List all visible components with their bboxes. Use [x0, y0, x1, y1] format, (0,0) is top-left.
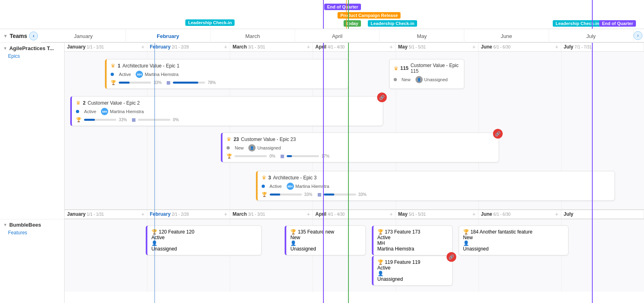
bumble-features-area: 🏆 120 Feature 120 Active 👤 Unassigned: [65, 219, 644, 292]
avatar-115: 👤: [415, 76, 423, 83]
agile-expand-icon[interactable]: ▼: [3, 46, 7, 50]
bumble-mar-cell: March 3/1 - 3/31 +: [230, 210, 313, 219]
agile-months-subheader: January 1/1 - 1/31 + February 2/1 - 2/28…: [65, 43, 644, 52]
bumble-jan-cell: January 1/1 - 1/31 +: [65, 210, 147, 219]
progress-bar-2a: [84, 119, 116, 121]
progress-fill-23b: [287, 155, 292, 157]
bumble-mar-add[interactable]: +: [307, 211, 310, 217]
assignee-115: 👤 Unassigned: [415, 76, 448, 83]
milestone-leadership-3[interactable]: Leadership Check-in: [553, 20, 602, 27]
avatar-f120: 👤: [151, 240, 257, 246]
status-dot-115: [394, 78, 397, 81]
agile-may-add[interactable]: +: [472, 44, 476, 50]
trophy-icon-1: 🏆: [111, 80, 116, 85]
avatar-1: MH: [136, 71, 143, 78]
trophy-icon-f120: 🏆: [151, 229, 157, 235]
gantt-area: January 1/1 - 1/31 + February 2/1 - 2/28…: [65, 43, 644, 303]
trophy-icon-f184: 🏆: [463, 229, 469, 235]
bumble-may-cell: May 5/1 - 5/31 +: [396, 210, 478, 219]
trophy-icon-23: 🏆: [227, 154, 232, 159]
trophy-icon-f173: 🏆: [378, 229, 384, 235]
feature-card-173[interactable]: 🏆 173 Feature 173 Active MH Martina Hiem…: [372, 225, 453, 255]
milestone-product-campaign[interactable]: Product Campaign Release: [338, 12, 401, 19]
milestone-end-quarter-1[interactable]: End of Quarter: [324, 4, 361, 10]
agile-team-section: ▼ AgilePractices T... Epics: [0, 43, 64, 61]
bumble-team-header: ▼ BumbleBees: [0, 219, 64, 229]
bumble-team-name: BumbleBees: [9, 222, 41, 228]
crown-icon-1: ♛: [111, 63, 115, 69]
epic-card-23[interactable]: ♛ 23 Customer Value - Epic 23 New 👤 Unas…: [221, 133, 499, 162]
assignee-f120: 👤 Unassigned: [151, 240, 257, 252]
milestone-leadership-2[interactable]: Leadership Check-in: [368, 20, 417, 27]
bumble-team-sub: Features: [0, 229, 64, 238]
status-dot-3: [262, 185, 265, 188]
agile-team-sub: Epics: [0, 53, 64, 61]
month-header-apr: April: [295, 29, 380, 43]
progress-bar-1b: [173, 82, 205, 84]
teams-sidebar-header: ▼ Teams ‹: [0, 29, 41, 43]
agile-jan-add[interactable]: +: [141, 44, 145, 50]
assignee-23: 👤 Unassigned: [248, 144, 281, 152]
nav-prev-button[interactable]: ‹: [29, 32, 38, 40]
nav-next-button[interactable]: ›: [634, 31, 642, 40]
main-content: ▼ AgilePractices T... Epics ▼ BumbleBees…: [0, 43, 644, 303]
trophy-icon-2: 🏆: [76, 117, 82, 122]
left-sidebar: ▼ AgilePractices T... Epics ▼ BumbleBees…: [0, 43, 65, 303]
feature-card-120[interactable]: 🏆 120 Feature 120 Active 👤 Unassigned: [146, 225, 262, 255]
agile-mar-add[interactable]: +: [307, 44, 310, 50]
bumble-months-subheader: January 1/1 - 1/31 + February 2/1 - 2/28…: [65, 209, 644, 219]
avatar-f119: 👤: [378, 271, 449, 276]
campaign-vline: [346, 0, 347, 29]
quarter-vline-1: [323, 0, 324, 29]
month-header-may: May: [380, 29, 464, 43]
chart-icon-3: ▦: [317, 192, 321, 197]
link-badge-2[interactable]: 🔗: [377, 93, 387, 102]
milestone-end-quarter-2[interactable]: End of Quarter: [599, 20, 636, 27]
bumble-expand-icon[interactable]: ▼: [3, 223, 7, 227]
status-dot-1: [111, 73, 114, 76]
app-container: Leadership Check-in End of Quarter Produ…: [0, 0, 644, 303]
progress-bar-3a: [270, 194, 302, 196]
crown-icon-23: ♛: [227, 136, 231, 142]
bumble-apr-cell: April 4/1 - 4/30 +: [313, 210, 396, 219]
collapse-teams-icon[interactable]: ▼: [3, 34, 8, 38]
trophy-icon-3: 🏆: [262, 192, 267, 197]
epic-card-115[interactable]: ♛ 115 Customer Value - Epic 115 New 👤 Un…: [389, 59, 465, 89]
month-headers: January February March April May June Ju…: [41, 29, 644, 42]
feature-card-119[interactable]: 🏆 119 Feature 119 Active 👤 Unassigned 🔗: [372, 256, 453, 286]
feature-card-184[interactable]: 🏆 184 Another fantastic feature New 👤 Un…: [459, 225, 569, 255]
agile-jun-add[interactable]: +: [555, 44, 558, 50]
link-badge-119[interactable]: 🔗: [447, 252, 456, 262]
agile-jul-cell: July 7/1 - 7/31: [561, 43, 644, 51]
chart-icon-23: ▦: [280, 154, 284, 159]
milestone-leadership-1[interactable]: Leadership Check-in: [185, 19, 235, 26]
epic-card-3[interactable]: ♛ 3 Architecture - Epic 3 Active MH Mart…: [256, 171, 615, 201]
avatar-f135: 👤: [290, 240, 361, 246]
month-header-mar: March: [210, 29, 295, 43]
main-header: ▼ Teams ‹ January February March April M…: [0, 29, 644, 43]
feature-card-135[interactable]: 🏆 135 Feature new New 👤 Unassigned: [285, 225, 366, 255]
bumble-may-add[interactable]: +: [472, 211, 476, 217]
chart-icon-1: ▦: [166, 80, 170, 85]
epic-card-2[interactable]: ♛ 2 Customer Value - Epic 2 Active MH Ma…: [70, 96, 383, 126]
bumble-apr-add[interactable]: +: [390, 211, 393, 217]
avatar-f173: MH: [378, 240, 449, 246]
agile-apr-add[interactable]: +: [390, 44, 393, 50]
assignee-f119: 👤 Unassigned: [378, 271, 449, 282]
progress-fill-3b: [324, 194, 334, 196]
agile-epics-area: ♛ 1 Architecture Value - Epic 1 Active M…: [65, 52, 644, 209]
status-dot-2: [76, 110, 79, 113]
bumble-jun-add[interactable]: +: [555, 211, 558, 217]
status-dot-23: [227, 146, 230, 149]
bumble-feb-add[interactable]: +: [224, 211, 227, 217]
link-badge-23[interactable]: 🔗: [493, 129, 503, 139]
milestones-bar: Leadership Check-in End of Quarter Produ…: [0, 0, 644, 29]
agile-jun-cell: June 6/1 - 6/30 +: [478, 43, 561, 51]
trophy-icon-f119: 🏆: [378, 259, 384, 265]
bumble-jan-add[interactable]: +: [141, 211, 145, 217]
epic-card-1[interactable]: ♛ 1 Architecture Value - Epic 1 Active M…: [105, 59, 348, 89]
crown-icon-115: ♛: [394, 65, 399, 72]
month-header-feb: February: [126, 29, 211, 43]
agile-feb-add[interactable]: +: [224, 44, 227, 50]
trophy-icon-f135: 🏆: [290, 229, 296, 235]
